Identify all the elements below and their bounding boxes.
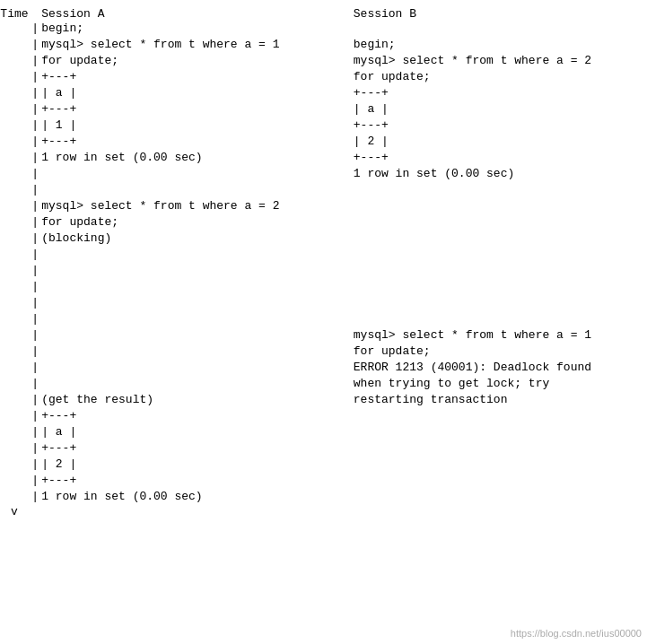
time-cell bbox=[0, 134, 29, 150]
session-a-cell: +---+ bbox=[41, 408, 354, 424]
session-a-cell: +---+ bbox=[41, 440, 354, 457]
time-cell bbox=[0, 295, 29, 311]
time-cell bbox=[0, 344, 29, 360]
session-b-cell bbox=[354, 247, 647, 263]
v-label: v bbox=[0, 505, 29, 518]
table-row: | bbox=[0, 295, 647, 311]
main-container: Time Session A Session B |begin;|mysql> … bbox=[0, 0, 647, 644]
pipe-divider: | bbox=[29, 182, 41, 198]
content-table: Time Session A Session B |begin;|mysql> … bbox=[0, 7, 647, 518]
table-row: |(get the result)restarting transaction bbox=[0, 392, 647, 408]
session-b-cell bbox=[354, 440, 647, 457]
pipe-divider: | bbox=[29, 327, 41, 344]
pipe-divider: | bbox=[29, 408, 41, 424]
time-cell bbox=[0, 214, 29, 231]
table-row: |1 row in set (0.00 sec)+---+ bbox=[0, 150, 647, 166]
table-row: |mysql> select * from t where a = 1 bbox=[0, 327, 647, 344]
pipe-divider: | bbox=[29, 198, 41, 214]
session-b-cell: | 2 | bbox=[354, 134, 647, 150]
session-a-cell bbox=[41, 182, 354, 198]
session-b-cell: ERROR 1213 (40001): Deadlock found bbox=[354, 360, 647, 376]
session-b-cell: +---+ bbox=[354, 150, 647, 166]
session-b-cell bbox=[354, 489, 647, 505]
time-cell bbox=[0, 231, 29, 247]
pipe-divider: | bbox=[29, 376, 41, 392]
session-b-cell bbox=[354, 182, 647, 198]
session-b-cell bbox=[354, 408, 647, 424]
table-row: |mysql> select * from t where a = 1begin… bbox=[0, 37, 647, 53]
session-b-cell bbox=[354, 311, 647, 327]
time-header: Time bbox=[0, 7, 29, 21]
pipe-divider: | bbox=[29, 247, 41, 263]
divider-header bbox=[29, 7, 41, 21]
session-a-cell: +---+ bbox=[41, 473, 354, 489]
pipe-divider: | bbox=[29, 489, 41, 505]
table-row: |+---+ bbox=[0, 473, 647, 489]
session-a-cell: for update; bbox=[41, 53, 354, 69]
pipe-divider: | bbox=[29, 457, 41, 473]
time-cell bbox=[0, 247, 29, 263]
session-b-cell: +---+ bbox=[354, 85, 647, 101]
table-row: || a |+---+ bbox=[0, 85, 647, 101]
time-cell bbox=[0, 360, 29, 376]
table-row: || a | bbox=[0, 424, 647, 440]
pipe-divider: | bbox=[29, 392, 41, 408]
pipe-divider: | bbox=[29, 231, 41, 247]
session-b-cell bbox=[354, 457, 647, 473]
table-row: |1 row in set (0.00 sec) bbox=[0, 489, 647, 505]
session-a-cell bbox=[41, 166, 354, 182]
pipe-divider: | bbox=[29, 360, 41, 376]
pipe-divider: | bbox=[29, 311, 41, 327]
table-row: |ERROR 1213 (40001): Deadlock found bbox=[0, 360, 647, 376]
session-a-cell: +---+ bbox=[41, 101, 354, 117]
time-cell bbox=[0, 263, 29, 279]
pipe-divider: | bbox=[29, 424, 41, 440]
time-cell bbox=[0, 408, 29, 424]
session-a-cell: +---+ bbox=[41, 134, 354, 150]
session-a-cell bbox=[41, 376, 354, 392]
pipe-divider: | bbox=[29, 344, 41, 360]
pipe-divider: | bbox=[29, 166, 41, 182]
session-b-cell bbox=[354, 214, 647, 231]
pipe-divider: | bbox=[29, 263, 41, 279]
session-a-cell: (get the result) bbox=[41, 392, 354, 408]
time-cell bbox=[0, 311, 29, 327]
pipe-divider: | bbox=[29, 134, 41, 150]
time-cell bbox=[0, 166, 29, 182]
table-row: | bbox=[0, 247, 647, 263]
session-b-cell bbox=[354, 21, 647, 37]
table-row: |+---+ bbox=[0, 408, 647, 424]
v-row: v bbox=[0, 505, 647, 518]
session-b-cell bbox=[354, 295, 647, 311]
pipe-divider: | bbox=[29, 214, 41, 231]
table-row: || 1 |+---+ bbox=[0, 117, 647, 134]
table-row: |when trying to get lock; try bbox=[0, 376, 647, 392]
session-a-cell bbox=[41, 360, 354, 376]
session-a-cell bbox=[41, 263, 354, 279]
session-b-cell bbox=[354, 198, 647, 214]
table-row: |begin; bbox=[0, 21, 647, 37]
session-b-cell bbox=[354, 279, 647, 295]
pipe-divider: | bbox=[29, 69, 41, 85]
session-a-cell: | 2 | bbox=[41, 457, 354, 473]
time-cell bbox=[0, 392, 29, 408]
table-row: |for update; bbox=[0, 214, 647, 231]
table-row: |+---+| 2 | bbox=[0, 134, 647, 150]
session-b-cell: +---+ bbox=[354, 117, 647, 134]
table-row: |for update; bbox=[0, 344, 647, 360]
table-row: |+---+for update; bbox=[0, 69, 647, 85]
time-cell bbox=[0, 376, 29, 392]
time-cell bbox=[0, 198, 29, 214]
table-row: |(blocking) bbox=[0, 231, 647, 247]
time-cell bbox=[0, 85, 29, 101]
session-a-cell bbox=[41, 295, 354, 311]
session-b-cell: when trying to get lock; try bbox=[354, 376, 647, 392]
time-cell bbox=[0, 37, 29, 53]
session-a-cell: for update; bbox=[41, 214, 354, 231]
session-a-cell: mysql> select * from t where a = 2 bbox=[41, 198, 354, 214]
pipe-divider: | bbox=[29, 37, 41, 53]
watermark: https://blog.csdn.net/ius00000 bbox=[511, 628, 642, 639]
table-row: | bbox=[0, 279, 647, 295]
session-a-cell: (blocking) bbox=[41, 231, 354, 247]
time-cell bbox=[0, 182, 29, 198]
